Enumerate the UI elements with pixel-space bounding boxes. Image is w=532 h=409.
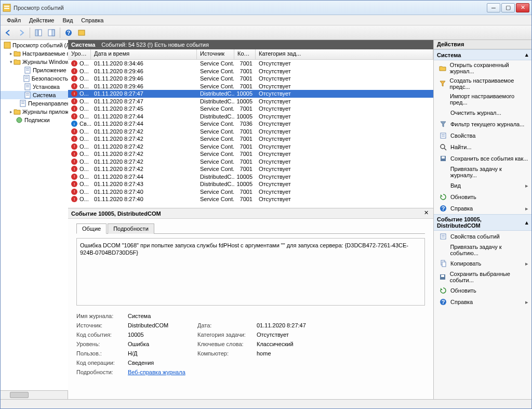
tree-item[interactable]: ▾Журналы Windows	[1, 58, 68, 66]
action-item[interactable]: Сохранить выбранные событи...	[434, 269, 531, 285]
tree-item[interactable]: Установка	[1, 83, 68, 91]
detail-close-button[interactable]: ✕	[422, 209, 430, 218]
event-row[interactable]: !О...01.11.2020 8:29:46Service Cont...70…	[68, 83, 433, 90]
event-row[interactable]: !О...01.11.2020 8:27:47DistributedC...10…	[68, 90, 433, 98]
event-row[interactable]: !О...01.11.2020 8:27:44DistributedC...10…	[68, 113, 433, 121]
tree-item[interactable]: Приложение	[1, 66, 68, 74]
event-row[interactable]: !О...01.11.2020 8:27:44DistributedC...10…	[68, 173, 433, 181]
cell-category: Отсутствует	[256, 120, 433, 128]
scrollbar-thumb[interactable]	[10, 392, 29, 398]
event-row[interactable]: !О...01.11.2020 8:27:42Service Cont...70…	[68, 158, 433, 166]
event-row[interactable]: !О...01.11.2020 8:29:46Service Cont...70…	[68, 75, 433, 83]
tree-item[interactable]: Перенаправленн	[1, 99, 68, 108]
event-row[interactable]: !О...01.11.2020 8:27:43DistributedC...10…	[68, 180, 433, 188]
toolbar-extra-button[interactable]	[76, 27, 87, 38]
action-item[interactable]: Фильтр текущего журнала...	[434, 118, 531, 130]
show-hide-actions-button[interactable]	[46, 27, 57, 38]
action-label: Открыть сохраненный журнал...	[450, 62, 528, 74]
action-item[interactable]: Создать настраиваемое предс...	[434, 76, 531, 91]
prop-label	[197, 360, 255, 366]
action-item[interactable]: Привязать задачу к событию...	[434, 242, 531, 258]
action-item[interactable]: Найти...	[434, 141, 531, 153]
action-item[interactable]: Вид▸	[434, 180, 531, 191]
level-text: О...	[79, 105, 89, 112]
prop-value: home	[257, 350, 425, 357]
event-row[interactable]: !О...01.11.2020 8:27:42Service Cont...70…	[68, 128, 433, 136]
action-item[interactable]: Открыть сохраненный журнал...	[434, 60, 531, 76]
column-level[interactable]: Уров...	[68, 49, 91, 59]
event-row[interactable]: !О...01.11.2020 8:27:40Service Cont...70…	[68, 188, 433, 196]
actions-section-event[interactable]: Событие 10005, DistributedCOM ▴	[434, 214, 531, 231]
tree-item[interactable]: Система	[1, 91, 68, 99]
action-item[interactable]: ?Справка▸	[434, 296, 531, 308]
column-datetime[interactable]: Дата и время	[91, 49, 197, 59]
close-button[interactable]: ✕	[516, 3, 529, 12]
tree-expander-icon[interactable]: ▸	[10, 51, 12, 56]
cell-datetime: 01.11.2020 8:27:42	[91, 128, 197, 136]
svg-rect-40	[442, 262, 446, 267]
column-category[interactable]: Категория зад...	[256, 49, 433, 59]
cell-code: 7001	[234, 150, 256, 158]
action-item[interactable]: Сохранить все события как...	[434, 153, 531, 164]
tree-item[interactable]: ▸Журналы приложен	[1, 108, 68, 116]
level-text: О...	[79, 75, 89, 82]
tree-expander-icon[interactable]: ▾	[10, 59, 12, 64]
tree-pane[interactable]: Просмотр событий (Ло▸Настраиваемые пр▾Жу…	[1, 40, 68, 390]
show-hide-tree-button[interactable]	[33, 27, 44, 38]
event-row[interactable]: !О...01.11.2020 8:27:42Service Cont...70…	[68, 143, 433, 151]
event-row[interactable]: iСв...01.11.2020 8:27:44Service Cont...7…	[68, 120, 433, 128]
event-row[interactable]: !О...01.11.2020 8:27:42Service Cont...70…	[68, 165, 433, 173]
cell-code: 7001	[234, 158, 256, 166]
menu-file[interactable]: Файл	[3, 16, 25, 24]
nav-back-button[interactable]	[3, 27, 14, 38]
action-item[interactable]: Свойства	[434, 130, 531, 141]
tab-details[interactable]: Подробности	[108, 223, 154, 234]
tree-node-icon	[14, 58, 21, 65]
event-row[interactable]: !О...01.11.2020 8:29:46Service Cont...70…	[68, 68, 433, 75]
cell-datetime: 01.11.2020 8:27:40	[91, 188, 197, 196]
prop-value: DistributedCOM	[128, 322, 195, 328]
action-label: Импорт настраиваемого пред...	[450, 93, 528, 105]
action-icon	[439, 143, 447, 151]
action-item[interactable]: Копировать▸	[434, 258, 531, 269]
event-row[interactable]: !О...01.11.2020 8:27:40Service Cont...70…	[68, 195, 433, 203]
action-icon: ?	[439, 204, 447, 213]
event-row[interactable]: !О...01.11.2020 8:34:46Service Cont...70…	[68, 60, 433, 68]
event-row[interactable]: !О...01.11.2020 8:27:42Service Cont...70…	[68, 135, 433, 143]
maximize-button[interactable]: ▢	[501, 3, 515, 12]
web-help-link[interactable]: Веб-справка журнала	[128, 369, 185, 375]
menu-action[interactable]: Действие	[25, 16, 58, 24]
nav-forward-button[interactable]	[16, 27, 27, 38]
prop-value	[257, 360, 425, 366]
svg-rect-33	[442, 156, 445, 159]
tree-item[interactable]: Подписки	[1, 116, 68, 124]
column-source[interactable]: Источник	[197, 49, 234, 59]
event-row[interactable]: !О...01.11.2020 8:27:42Service Cont...70…	[68, 150, 433, 158]
column-code[interactable]: Код с...	[234, 49, 256, 59]
tree-item[interactable]: ▸Настраиваемые пр	[1, 49, 68, 58]
event-row[interactable]: !О...01.11.2020 8:27:47DistributedC...10…	[68, 98, 433, 105]
tree-item-label: Настраиваемые пр	[22, 50, 68, 57]
menu-help[interactable]: Справка	[77, 16, 108, 24]
action-item[interactable]: Привязать задачу к журналу...	[434, 164, 531, 180]
action-item[interactable]: Обновить	[434, 191, 531, 203]
tree-item[interactable]: Просмотр событий (Ло	[1, 41, 68, 49]
action-item[interactable]: Обновить	[434, 285, 531, 296]
event-row[interactable]: !О...01.11.2020 8:27:45Service Cont...70…	[68, 105, 433, 113]
menu-view[interactable]: Вид	[58, 16, 77, 24]
tree-horizontal-scrollbar[interactable]	[1, 390, 68, 399]
action-item[interactable]: Очистить журнал...	[434, 107, 531, 118]
tree-item[interactable]: Безопасность	[1, 74, 68, 83]
tab-general[interactable]: Общие	[76, 223, 107, 234]
help-button[interactable]: ?	[63, 27, 74, 38]
tree-expander-icon[interactable]: ▸	[10, 109, 12, 114]
action-item[interactable]: Импорт настраиваемого пред...	[434, 91, 531, 107]
cell-category: Отсутствует	[256, 128, 433, 136]
action-item[interactable]: Свойства событий	[434, 231, 531, 242]
titlebar: Просмотр событий ─ ▢ ✕	[1, 1, 531, 15]
actions-section-system[interactable]: Система ▴	[434, 49, 531, 60]
minimize-button[interactable]: ─	[487, 3, 500, 12]
level-error-icon: !	[71, 189, 77, 195]
action-item[interactable]: ?Справка▸	[434, 203, 531, 214]
events-grid[interactable]: Уров... Дата и время Источник Код с... К…	[68, 49, 433, 208]
